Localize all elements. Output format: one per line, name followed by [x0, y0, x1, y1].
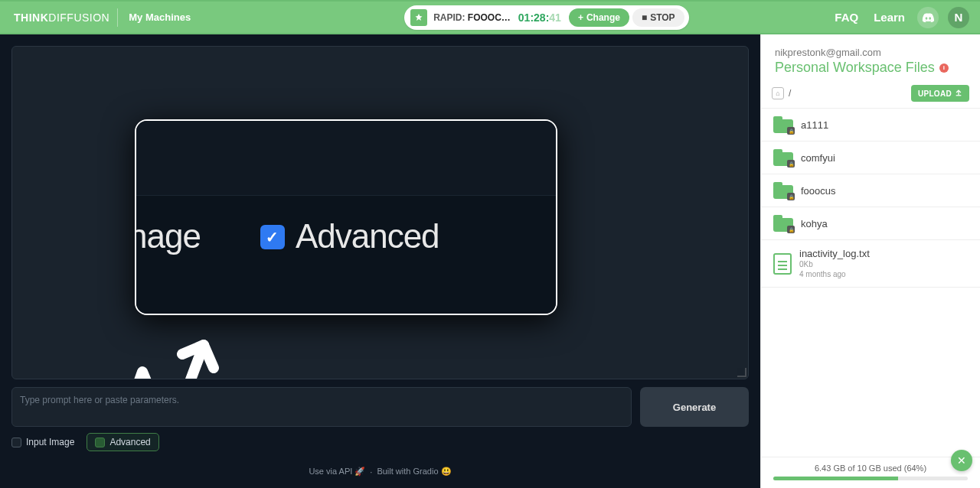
folder-icon: 🔒: [773, 116, 793, 133]
smile-emoji-icon: 😃: [441, 467, 452, 476]
checkbox-icon: [95, 438, 105, 447]
checkbox-input-image[interactable]: Input Image: [11, 437, 74, 447]
folder-row[interactable]: 🔒 a1111: [761, 109, 980, 142]
gradio-link[interactable]: Built with Gradio 😃: [377, 467, 451, 477]
output-canvas: nage ✓ Advanced: [11, 46, 749, 379]
logo-bold: THINK: [14, 11, 48, 24]
nav-learn[interactable]: Learn: [874, 11, 905, 24]
file-modified: 4 months ago: [799, 269, 870, 279]
folder-name: a1111: [801, 119, 828, 131]
upload-icon: [955, 89, 962, 98]
storage-text: 6.43 GB of 10 GB used (64%): [773, 464, 968, 473]
upload-label: UPLOAD: [918, 89, 952, 98]
lock-icon: 🔒: [787, 127, 795, 135]
avatar-initial: N: [955, 11, 963, 24]
home-icon[interactable]: ⌂: [772, 87, 784, 99]
folder-row[interactable]: 🔒 kohya: [761, 207, 980, 240]
machine-status-capsule: RAPID: FOOOC… 01:28:41 + Change ■ STOP: [404, 5, 688, 30]
rocket-icon: [410, 9, 427, 26]
nav-faq[interactable]: FAQ: [835, 11, 858, 24]
stop-label: STOP: [650, 12, 675, 23]
stop-icon: ■: [642, 12, 647, 23]
generate-button[interactable]: Generate: [640, 387, 749, 427]
nav-my-machines[interactable]: My Machines: [118, 11, 201, 23]
storage-indicator: ✕ 6.43 GB of 10 GB used (64%): [761, 457, 980, 488]
machine-tier-label: RAPID: FOOOC…: [433, 12, 511, 23]
breadcrumb[interactable]: /: [789, 88, 791, 99]
file-list: 🔒 a1111 🔒 comfyui 🔒 fooocus 🔒 kohya inac…: [761, 109, 980, 457]
file-icon: [773, 253, 792, 275]
logo-light: DIFFUSION: [48, 11, 109, 24]
zoom-partial-text: nage: [135, 217, 201, 255]
resize-handle[interactable]: [737, 368, 746, 377]
lock-icon: 🔒: [787, 160, 795, 168]
separator: ·: [370, 467, 372, 477]
upload-button[interactable]: UPLOAD: [911, 85, 969, 102]
info-icon[interactable]: i: [939, 63, 949, 73]
folder-row[interactable]: 🔒 comfyui: [761, 142, 980, 174]
checkbox-checked-icon: ✓: [260, 225, 285, 249]
workspace-title: Personal Workspace Files i: [775, 60, 966, 76]
plus-icon: +: [578, 12, 583, 23]
zoom-callout: nage ✓ Advanced: [135, 119, 557, 315]
folder-name: fooocus: [801, 185, 836, 197]
storage-bar: [773, 477, 968, 480]
folder-icon: 🔒: [773, 182, 793, 199]
rocket-emoji-icon: 🚀: [354, 467, 365, 476]
file-size: 0Kb: [799, 259, 870, 269]
rapid-name: FOOOC…: [468, 12, 511, 23]
file-name: inactivity_log.txt: [799, 248, 870, 259]
change-button[interactable]: + Change: [569, 8, 629, 27]
stop-button[interactable]: ■ STOP: [632, 8, 684, 27]
footer: Use via API 🚀 · Built with Gradio 😃: [11, 467, 749, 477]
lock-icon: 🔒: [787, 193, 795, 200]
close-fab[interactable]: ✕: [951, 450, 972, 471]
user-avatar[interactable]: N: [948, 7, 969, 28]
change-label: Change: [586, 12, 620, 23]
api-link[interactable]: Use via API 🚀: [309, 467, 365, 477]
checkbox-advanced[interactable]: Advanced: [87, 433, 158, 451]
folder-icon: 🔒: [773, 149, 793, 166]
checkbox-icon: [11, 438, 21, 447]
file-sidebar: nikprestonk@gmail.com Personal Workspace…: [760, 34, 980, 488]
session-timer: 01:28:41: [518, 11, 561, 24]
logo[interactable]: THINKDIFFUSION: [0, 8, 118, 27]
folder-row[interactable]: 🔒 fooocus: [761, 174, 980, 207]
checkbox-advanced-label: Advanced: [109, 437, 150, 447]
discord-icon[interactable]: [917, 7, 939, 28]
folder-name: comfyui: [801, 152, 835, 164]
user-email: nikprestonk@gmail.com: [775, 47, 966, 58]
rapid-prefix: RAPID:: [433, 12, 468, 23]
folder-icon: 🔒: [773, 215, 793, 232]
zoom-advanced-text: Advanced: [296, 217, 439, 255]
timer-main: 01:28:: [518, 11, 549, 24]
timer-seconds: 41: [549, 11, 561, 24]
file-row[interactable]: inactivity_log.txt 0Kb 4 months ago: [761, 240, 980, 288]
lock-icon: 🔒: [787, 226, 795, 233]
folder-name: kohya: [801, 218, 828, 229]
main-panel: nage ✓ Advanced Generate Input Image: [0, 34, 760, 488]
annotation-arrow-icon: [89, 330, 242, 379]
prompt-input[interactable]: [11, 387, 632, 427]
checkbox-input-image-label: Input Image: [26, 437, 74, 447]
